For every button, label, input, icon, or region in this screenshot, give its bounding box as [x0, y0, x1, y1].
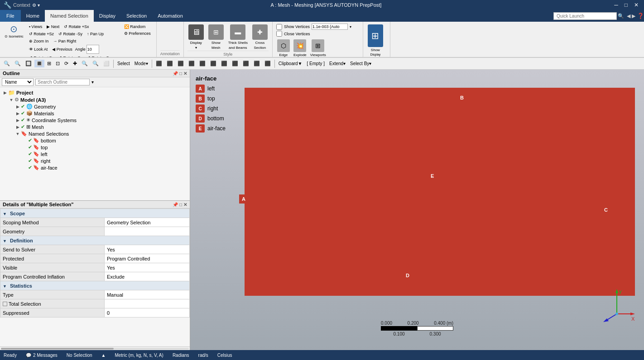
tree-item-left[interactable]: ✔ 🔖 left — [2, 151, 188, 157]
nav-arrows[interactable]: ◀ ▶ — [627, 13, 635, 19]
pin-button[interactable]: 📌 — [173, 71, 178, 76]
sel-mode-9[interactable]: ⬛ — [241, 60, 251, 67]
details-float-button[interactable]: □ — [179, 202, 182, 207]
sel-mode-4[interactable]: ⬛ — [187, 60, 197, 67]
zoom-minus[interactable]: 🔍 — [80, 60, 90, 67]
rotate-minus-sy-button[interactable]: ↺ Rotate -Sy — [57, 31, 84, 37]
visible-value[interactable]: Yes — [104, 263, 189, 272]
explode-button[interactable]: 💥 Explode — [293, 38, 308, 58]
empty-button[interactable]: [ Empty ] — [305, 60, 327, 67]
outline-filter-icon[interactable]: ▾ — [91, 80, 94, 85]
isometric-button[interactable]: ⊙ ⊙ Isometric — [4, 24, 24, 39]
outline-name-select[interactable]: Name — [2, 78, 34, 86]
zoom-in-button[interactable]: ⊕ Zoom In — [27, 38, 51, 44]
tab-home[interactable]: Home — [21, 10, 45, 22]
preferences-button[interactable]: ⚙ Preferences — [122, 30, 153, 37]
tree-item-right[interactable]: ✔ 🔖 right — [2, 157, 188, 164]
sel-mode-8[interactable]: ⬛ — [230, 60, 240, 67]
tab-named-selection[interactable]: Named Selection — [45, 10, 94, 22]
tree-item-coord-systems[interactable]: ▶ ✔ ✳ Coordinate Systems — [2, 117, 188, 123]
sel-mode-3[interactable]: ⬛ — [176, 60, 186, 67]
show-button[interactable]: ⊞ Show Display — [367, 24, 384, 57]
scoping-method-value[interactable]: Geometry Selection — [104, 218, 189, 227]
sel-mode-2[interactable]: ⬛ — [165, 60, 175, 67]
close-vertices-checkbox[interactable] — [276, 31, 282, 37]
rotate-plus-sx-button[interactable]: ↺ Rotate +Sx — [62, 24, 91, 30]
send-to-solver-value[interactable]: Yes — [104, 245, 189, 254]
tab-automation[interactable]: Automation — [152, 10, 188, 22]
total-selection-checkbox[interactable] — [3, 302, 7, 306]
mode-button[interactable]: Mode▾ — [133, 60, 150, 67]
rotate-plus-sz-button[interactable]: ↺ Rotate +Sz — [27, 31, 56, 37]
select-button[interactable]: Select — [115, 60, 132, 67]
pan-right-button[interactable]: → Pan Right — [51, 38, 78, 44]
show-mesh-button[interactable]: ⊞ Show Mesh — [207, 24, 225, 51]
select-by-button[interactable]: Select By▾ — [348, 60, 373, 67]
zoom-region-button[interactable]: 🔍 — [13, 60, 23, 67]
rotate-sel-btn[interactable]: ⟳ — [62, 60, 70, 67]
tree-item-air-face[interactable]: ✔ 🔖 air-face — [2, 164, 188, 171]
cross-section-button[interactable]: ✚ Cross Section — [251, 24, 269, 51]
geometry-value[interactable] — [104, 227, 189, 236]
type-value[interactable]: Manual — [104, 290, 189, 299]
zoom-box[interactable]: ⬜ — [101, 60, 111, 67]
extend-button[interactable]: Extend▾ — [327, 60, 347, 67]
sel-mode-5[interactable]: ⬛ — [197, 60, 207, 67]
view-btn4[interactable]: ⊡ — [54, 60, 62, 67]
viewport[interactable]: air-face A left B top C right D bottom — [190, 70, 644, 350]
angle-input[interactable] — [87, 45, 99, 54]
previous-button[interactable]: ◀ Previous — [50, 45, 74, 54]
view-btn2[interactable]: 🔳 — [34, 60, 44, 67]
total-selection-value[interactable] — [104, 299, 189, 308]
look-at-button[interactable]: 👁 Look At — [27, 45, 50, 54]
details-close-button[interactable]: ✕ — [183, 202, 187, 207]
sel-mode-11[interactable]: ⬛ — [263, 60, 273, 67]
sel-mode-6[interactable]: ⬛ — [208, 60, 218, 67]
rotate-minus-sx-button[interactable]: ↺ Rotate -Sx — [57, 55, 84, 58]
views-button[interactable]: ▪ Views — [27, 24, 44, 30]
tree-item-project[interactable]: ▶ 📁 Project — [2, 89, 188, 96]
pan-up-button[interactable]: ↑ Pan Up — [85, 31, 106, 37]
tree-item-materials[interactable]: ▶ ✔ 📦 Materials — [2, 110, 188, 117]
tree-item-named-selections[interactable]: ▼ 🔖 Named Selections — [2, 130, 188, 137]
close-button[interactable]: ✕ — [632, 2, 640, 8]
next-button[interactable]: ▶ Next — [45, 24, 61, 30]
tree-item-bottom[interactable]: ✔ 🔖 bottom — [2, 137, 188, 144]
tab-selection[interactable]: Selection — [121, 10, 152, 22]
thick-shells-button[interactable]: ▬ Thick Shells and Beams — [227, 24, 249, 51]
display-button[interactable]: 🖥 Display ▾ — [187, 24, 205, 51]
suppressed-value[interactable]: 0 — [104, 308, 189, 317]
tree-item-geometry[interactable]: ▶ ✔ 🌐 Geometry — [2, 103, 188, 110]
definition-toggle[interactable]: ▼ — [3, 239, 7, 243]
float-button[interactable]: □ — [179, 71, 182, 76]
tab-display[interactable]: Display — [94, 10, 121, 22]
scope-toggle[interactable]: ▼ — [3, 212, 7, 216]
viewports-button[interactable]: ⊞ Viewports — [309, 38, 327, 58]
details-pin-button[interactable]: 📌 — [173, 202, 178, 207]
tree-item-mesh[interactable]: ▶ ✔ ⊞ Mesh — [2, 123, 188, 130]
outline-search-input[interactable] — [35, 79, 90, 85]
maximize-button[interactable]: □ — [623, 2, 630, 8]
sel-mode-1[interactable]: ⬛ — [154, 60, 164, 67]
tab-file[interactable]: File — [0, 10, 21, 22]
quick-launch-input[interactable] — [553, 12, 617, 20]
vertices-value-input[interactable] — [312, 24, 348, 30]
show-vertices-checkbox[interactable] — [276, 24, 282, 30]
edge-button[interactable]: ⬡ Edge — [276, 38, 291, 58]
sel-mode-10[interactable]: ⬛ — [252, 60, 262, 67]
clipboard-button[interactable]: Clipboard▼ — [277, 60, 304, 67]
protected-value[interactable]: Program Controlled — [104, 254, 189, 263]
rotate-plus-sy-button[interactable]: ↺ Rotate +Sy — [27, 55, 56, 58]
view-btn3[interactable]: ⊞ — [45, 60, 53, 67]
statistics-toggle[interactable]: ▼ — [3, 284, 7, 289]
view-btn1[interactable]: 🔲 — [24, 60, 34, 67]
rotate-minus-sz-button[interactable]: ↺ Rotate -Sz — [85, 55, 113, 58]
zoom-extents-button[interactable]: 🔍 — [2, 60, 12, 67]
tree-item-top[interactable]: ✔ 🔖 top — [2, 144, 188, 151]
minimize-button[interactable]: ─ — [612, 2, 620, 8]
pci-value[interactable]: Exclude — [104, 272, 189, 281]
zoom-fit[interactable]: 🔍 — [91, 60, 101, 67]
random-button[interactable]: 🔀 Random — [122, 24, 153, 30]
sel-mode-7[interactable]: ⬛ — [219, 60, 229, 67]
close-outline-button[interactable]: ✕ — [183, 71, 187, 76]
